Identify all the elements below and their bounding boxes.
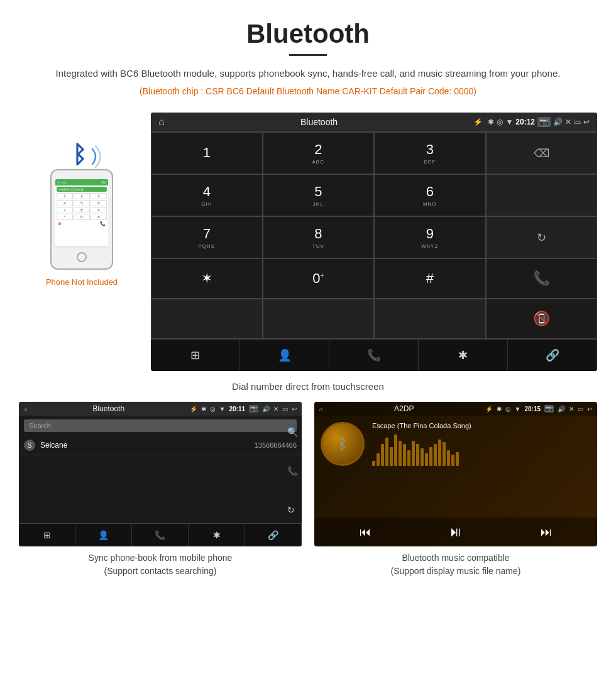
pb-status-bar: ⌂ Bluetooth ⚡ ✱ ◎ ▼ 20:11 📷 🔊 ✕ ▭ ↩ <box>19 402 302 416</box>
contact-avatar: S <box>24 440 35 451</box>
eq-bar <box>425 453 428 466</box>
pb-contact-row[interactable]: S Seicane 13566664466 <box>19 436 302 455</box>
status-icons: ✱ ◎ ▼ 20:12 📷 🔊 ✕ ▭ ↩ <box>488 117 590 127</box>
page-specs: (Bluetooth chip : CSR BC6 Default Blueto… <box>25 86 591 96</box>
dialpad-grid: 1 2ABC 3DEF ⌫ 4GHI 5JKL 6MNO <box>151 131 597 339</box>
window-icon: ▭ <box>574 118 581 126</box>
pb-right-icons: 🔍 📞 ↻ <box>283 421 302 521</box>
bluetooth-icon[interactable]: ✱ <box>419 340 508 371</box>
phonebook-caption: Sync phone-book from mobile phone(Suppor… <box>19 551 302 578</box>
phone-aside: ᛒ ••• ≡≡≡ MX + Add to Contacts 123 456 7… <box>19 113 145 287</box>
dialpad-icon[interactable]: ⊞ <box>151 340 240 371</box>
eq-bar <box>394 434 397 466</box>
page-description: Integrated with BC6 Bluetooth module, su… <box>25 66 591 81</box>
dial-key-5[interactable]: 5JKL <box>263 174 375 216</box>
dial-key-star[interactable]: ✶ <box>151 258 263 299</box>
dial-bottom-bar: ⊞ 👤 📞 ✱ 🔗 <box>151 339 597 371</box>
pb-grid-icon[interactable]: ⊞ <box>19 524 75 546</box>
pb-cam-icon: 📷 <box>249 405 258 412</box>
pb-contacts-icon[interactable]: 👤 <box>75 524 132 546</box>
page-header: Bluetooth Integrated with BC6 Bluetooth … <box>0 0 616 113</box>
close-icon: ✕ <box>565 118 571 126</box>
dial-refresh[interactable]: ↻ <box>486 216 598 258</box>
pb-screen-title: Bluetooth <box>31 404 185 413</box>
pb-phone-icon[interactable]: 📞 <box>132 524 189 546</box>
dial-empty-row5-2 <box>263 299 375 339</box>
dial-key-6[interactable]: 6MNO <box>374 174 486 216</box>
phone-icon[interactable]: 📞 <box>329 340 419 371</box>
pb-sig-icon: ▼ <box>219 406 226 412</box>
location-icon: ◎ <box>497 118 503 126</box>
eq-bar <box>407 450 410 466</box>
play-pause-button[interactable]: ⏯ <box>449 524 463 540</box>
pb-win-icon: ▭ <box>282 406 288 412</box>
pb-close-icon: ✕ <box>273 406 278 412</box>
pb-refresh-icon[interactable]: ↻ <box>287 505 298 515</box>
dial-backspace[interactable]: ⌫ <box>486 132 598 174</box>
music-screen-title: A2DP <box>327 404 481 413</box>
music-status-bar: ⌂ A2DP ⚡ ✱ ◎ ▼ 20:15 📷 🔊 ✕ ▭ ↩ <box>314 402 597 416</box>
music-close-icon: ✕ <box>569 406 574 412</box>
music-back-icon: ↩ <box>587 406 592 412</box>
contact-name: Seicane <box>40 441 255 450</box>
dial-end-button[interactable]: 📵 <box>486 299 598 339</box>
pb-bt-icon: ✱ <box>201 406 206 412</box>
pb-back-icon: ↩ <box>292 406 297 412</box>
eq-bar <box>429 447 432 466</box>
music-info: Escape (The Pina Colada Song) <box>372 422 591 466</box>
bluetooth-signal-icon: ᛒ <box>66 138 97 169</box>
music-loc-icon: ◎ <box>505 406 511 412</box>
music-cam-icon: 📷 <box>544 405 554 412</box>
dial-key-9[interactable]: 9WXYZ <box>374 216 486 258</box>
dial-call-button[interactable]: 📞 <box>486 258 598 299</box>
eq-bar <box>451 455 454 466</box>
eq-bar <box>443 442 446 466</box>
phonebook-screen: ⌂ Bluetooth ⚡ ✱ ◎ ▼ 20:11 📷 🔊 ✕ ▭ ↩ Sear… <box>19 402 302 546</box>
pb-link-icon[interactable]: 🔗 <box>245 524 302 546</box>
dial-key-0[interactable]: 0+ <box>263 258 375 299</box>
dial-key-2[interactable]: 2ABC <box>263 132 375 174</box>
dialpad-screen-title: Bluetooth <box>170 117 469 127</box>
camera-icon: 📷 <box>537 117 551 127</box>
dial-key-hash[interactable]: # <box>374 258 486 299</box>
home-icon: ⌂ <box>158 116 165 128</box>
dial-key-3[interactable]: 3DEF <box>374 132 486 174</box>
dialpad-car-screen: ⌂ Bluetooth ⚡ ✱ ◎ ▼ 20:12 📷 🔊 ✕ ▭ ↩ 1 2A <box>151 113 597 371</box>
dial-key-7[interactable]: 7PQRS <box>151 216 263 258</box>
main-section: ᛒ ••• ≡≡≡ MX + Add to Contacts 123 456 7… <box>0 113 616 371</box>
eq-bar <box>390 447 393 466</box>
eq-bar <box>438 440 441 466</box>
pb-search-icon[interactable]: 🔍 <box>287 427 298 437</box>
pb-bt-bottom-icon[interactable]: ✱ <box>189 524 245 546</box>
page-title: Bluetooth <box>25 19 591 49</box>
dialpad-caption: Dial number direct from touchscreen <box>0 381 616 392</box>
car-status-bar: ⌂ Bluetooth ⚡ ✱ ◎ ▼ 20:12 📷 🔊 ✕ ▭ ↩ <box>151 113 597 131</box>
dial-empty-row5-3 <box>374 299 486 339</box>
eq-bar <box>385 438 388 466</box>
music-bt-icon: ✱ <box>497 406 502 412</box>
next-button[interactable]: ⏭ <box>541 526 552 539</box>
music-home-icon: ⌂ <box>319 406 323 412</box>
signal-icon: ▼ <box>505 118 513 126</box>
link-icon[interactable]: 🔗 <box>508 340 597 371</box>
dial-key-1[interactable]: 1 <box>151 132 263 174</box>
eq-bar <box>416 444 419 466</box>
music-vol-icon: 🔊 <box>558 406 565 412</box>
music-time: 20:15 <box>524 406 541 412</box>
music-caption: Bluetooth music compatible(Support displ… <box>314 551 597 578</box>
bottom-row: ⌂ Bluetooth ⚡ ✱ ◎ ▼ 20:11 📷 🔊 ✕ ▭ ↩ Sear… <box>0 402 616 578</box>
pb-call-icon[interactable]: 📞 <box>287 466 298 476</box>
eq-bar <box>447 450 450 466</box>
dial-key-8[interactable]: 8TUV <box>263 216 375 258</box>
contacts-icon[interactable]: 👤 <box>240 340 329 371</box>
music-sig-icon: ▼ <box>515 406 521 412</box>
pb-bottom-bar: ⊞ 👤 📞 ✱ 🔗 <box>19 523 302 546</box>
pb-vol-icon: 🔊 <box>262 406 270 412</box>
pb-search-bar[interactable]: Search <box>24 419 297 432</box>
dial-key-4[interactable]: 4GHI <box>151 174 263 216</box>
album-art: ᛒ <box>321 422 365 466</box>
phone-not-included-label: Phone Not Included <box>46 277 118 287</box>
prev-button[interactable]: ⏮ <box>360 526 371 539</box>
music-content: ᛒ Escape (The Pina Colada Song) <box>314 416 597 472</box>
eq-bar <box>434 444 437 466</box>
